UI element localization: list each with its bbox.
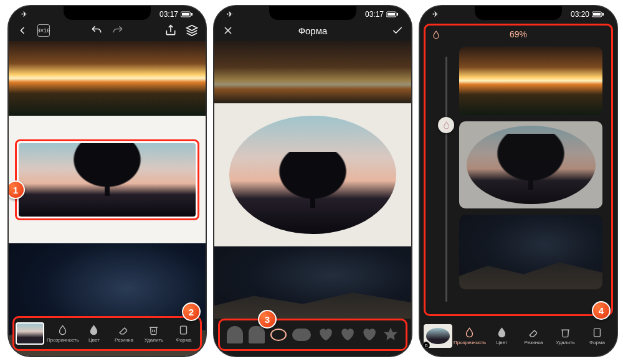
shape-label: Форма — [176, 337, 192, 343]
stacked-layers — [459, 47, 602, 310]
svg-rect-1 — [182, 13, 189, 16]
layer-tree-selected[interactable] — [15, 139, 199, 220]
notch — [269, 6, 356, 20]
aspect-ratio-button[interactable]: 9×16 — [37, 24, 50, 37]
battery-icon — [592, 11, 604, 17]
opacity-button[interactable]: Прозрачность — [454, 327, 486, 345]
svg-rect-8 — [397, 13, 398, 16]
phone-screen-2: ✈ 03:17 Форма — [214, 6, 411, 356]
battery-icon — [386, 11, 399, 17]
phone-screen-1: ✈ 03:17 9×16 — [9, 6, 206, 356]
svg-rect-5 — [181, 326, 187, 334]
battery-icon — [181, 11, 193, 17]
color-label: Цвет — [88, 337, 100, 343]
share-icon[interactable] — [164, 24, 177, 37]
shape-star[interactable] — [383, 326, 399, 343]
notch — [475, 6, 562, 20]
slider-track — [445, 57, 447, 302]
shape-button[interactable]: Форма — [169, 325, 199, 343]
svg-marker-4 — [187, 26, 197, 30]
shape-arch-wide[interactable] — [249, 326, 265, 343]
shape-heart-2[interactable] — [339, 326, 355, 343]
color-button[interactable]: Цвет — [486, 327, 518, 345]
layers-icon[interactable] — [186, 24, 198, 37]
back-icon[interactable] — [16, 24, 29, 37]
status-time: 03:20 — [571, 10, 589, 19]
shape-rounded[interactable] — [292, 329, 311, 341]
shape-oval-selected[interactable] — [270, 329, 287, 341]
canvas-area[interactable] — [9, 41, 206, 356]
step-badge-3: 3 — [258, 310, 277, 329]
layer-tree-oval[interactable] — [229, 116, 396, 234]
status-time: 03:17 — [159, 10, 178, 19]
eraser-button[interactable]: Резинка — [109, 325, 139, 343]
undo-icon[interactable] — [90, 24, 103, 37]
opacity-screen: 69% 0 — [420, 6, 617, 356]
bottom-toolbar: 0 Прозрачность Цвет Резинка Удалить Форм… — [422, 319, 614, 353]
eraser-label: Резинка — [524, 340, 543, 345]
layer-night-dim — [214, 246, 411, 319]
color-label: Цвет — [496, 340, 507, 345]
aspect-ratio-label: 9×16 — [37, 27, 50, 34]
phone-screen-3: ✈ 03:20 69% — [420, 6, 617, 356]
color-button[interactable]: Цвет — [79, 325, 109, 343]
delete-label: Удалить — [556, 340, 575, 345]
close-icon[interactable] — [222, 24, 234, 37]
shape-arch-tall[interactable] — [227, 326, 243, 343]
eraser-label: Резинка — [115, 337, 133, 343]
shape-picker-screen: Форма — [214, 6, 411, 356]
svg-rect-13 — [593, 13, 601, 16]
svg-rect-7 — [388, 13, 395, 16]
opacity-button[interactable]: Прозрачность — [47, 325, 79, 343]
opacity-label: Прозрачность — [454, 340, 486, 345]
shape-options-bar — [218, 319, 407, 351]
screen-title: Форма — [234, 26, 391, 36]
opacity-label: Прозрачность — [47, 337, 79, 343]
layer-sunset[interactable] — [9, 41, 206, 116]
shape-preview-canvas[interactable] — [214, 41, 411, 356]
svg-marker-11 — [384, 327, 398, 340]
confirm-icon[interactable] — [391, 24, 404, 37]
shape-heart-3[interactable] — [361, 326, 377, 343]
opacity-icon — [432, 30, 440, 42]
redo-icon[interactable] — [112, 24, 124, 37]
status-time: 03:17 — [365, 10, 384, 19]
shape-button[interactable]: Форма — [581, 327, 613, 345]
airplane-icon: ✈ — [21, 10, 27, 19]
airplane-icon: ✈ — [432, 10, 439, 19]
opacity-panel: 69% — [424, 24, 613, 316]
layer-sunset[interactable] — [459, 47, 602, 115]
editor-screen: 9×16 — [9, 6, 206, 356]
delete-label: Удалить — [145, 337, 164, 343]
shape-label: Форма — [589, 340, 605, 345]
layer-thumbnail[interactable]: 0 — [424, 324, 452, 348]
svg-rect-2 — [191, 13, 193, 16]
svg-rect-15 — [594, 329, 601, 337]
slider-thumb[interactable] — [438, 117, 454, 133]
step-badge-2: 2 — [182, 302, 201, 321]
delete-button[interactable]: Удалить — [549, 327, 581, 345]
layer-count-badge: 0 — [422, 342, 430, 349]
opacity-percent: 69% — [426, 26, 611, 43]
notch — [64, 6, 151, 20]
svg-rect-14 — [602, 13, 604, 16]
layer-thumbnail[interactable] — [16, 322, 44, 345]
step-badge-4: 4 — [592, 301, 611, 320]
opacity-slider[interactable] — [440, 57, 452, 302]
layer-night[interactable] — [459, 215, 602, 289]
layer-tree-oval[interactable] — [459, 121, 602, 208]
bottom-toolbar: Прозрачность Цвет Резинка Удалить Форма — [12, 316, 202, 351]
delete-button[interactable]: Удалить — [139, 325, 169, 343]
airplane-icon: ✈ — [227, 10, 233, 19]
eraser-button[interactable]: Резинка — [518, 327, 549, 345]
shape-heart-1[interactable] — [317, 326, 333, 343]
